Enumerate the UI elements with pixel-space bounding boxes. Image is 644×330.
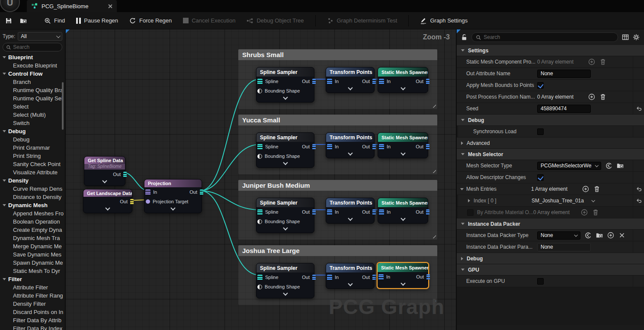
collapse-arrow-icon[interactable]	[468, 199, 470, 202]
input-pin[interactable]	[379, 209, 384, 215]
node-get-landscape-data[interactable]: Get Landscape Data Out	[83, 189, 132, 213]
node-spline-sampler[interactable]: Spline Sampler SplineOut Bounding Shape	[256, 263, 314, 298]
palette-category-blueprint[interactable]: Blueprint	[0, 53, 65, 61]
palette-item[interactable]: Append Meshes Fro	[0, 209, 65, 218]
find-button[interactable]: Find	[44, 17, 65, 24]
trash-icon[interactable]	[593, 186, 600, 192]
output-pin[interactable]	[372, 144, 376, 150]
palette-category-filter[interactable]: Filter	[0, 275, 65, 283]
use-selected-asset-icon[interactable]	[606, 162, 612, 169]
palette-item[interactable]: Runtime Quality Sel	[0, 94, 65, 103]
collapse-chevron-icon[interactable]	[283, 95, 288, 99]
output-pin[interactable]	[426, 209, 429, 215]
browse-to-asset-icon[interactable]	[617, 162, 624, 169]
palette-item[interactable]: Save Dynamic Mes	[0, 250, 65, 259]
collapse-chevron-icon[interactable]	[283, 291, 288, 295]
debug-object-tree-button[interactable]: Debug Object Tree	[247, 17, 304, 24]
display-options-icon[interactable]	[622, 34, 629, 41]
output-pin[interactable]	[200, 189, 203, 195]
palette-category-control-flow[interactable]: Control Flow	[0, 70, 65, 78]
collapse-chevron-icon[interactable]	[170, 205, 175, 210]
node-projection[interactable]: Projection In Out Projection Target	[144, 179, 202, 213]
by-attribute-material-checkbox[interactable]	[467, 209, 474, 216]
palette-item[interactable]: Curve Remap Dens	[0, 185, 65, 193]
output-pin[interactable]	[426, 79, 429, 84]
output-pin[interactable]	[426, 274, 430, 280]
palette-item[interactable]: Visualize Attribute	[0, 168, 65, 176]
input-pin[interactable]	[327, 275, 332, 280]
gear-icon[interactable]	[633, 34, 640, 41]
node-transform-points[interactable]: Transform Points InOut	[326, 198, 375, 224]
palette-item[interactable]: Density Filter	[0, 300, 65, 308]
output-pin[interactable]	[372, 275, 376, 280]
node-static-mesh-spawner[interactable]: Static Mesh Spawner InOut	[378, 67, 428, 93]
seed-field[interactable]: 458890474	[537, 105, 591, 113]
add-element-icon[interactable]	[588, 93, 595, 100]
output-pin[interactable]	[372, 209, 376, 215]
collapse-chevron-icon[interactable]	[348, 281, 352, 286]
palette-item[interactable]: Merge Dynamic Me	[0, 242, 65, 250]
node-spline-sampler[interactable]: Spline Sampler SplineOut Bounding Shape	[256, 67, 314, 103]
bounding-shape-pin[interactable]	[257, 89, 262, 93]
section-mesh-selector[interactable]: Mesh Selector	[457, 149, 644, 160]
input-pin[interactable]	[327, 209, 332, 215]
tab-pcg-splinebiome[interactable]: PCG_SplineBiome	[27, 0, 117, 12]
collapse-chevron-icon[interactable]	[283, 225, 288, 230]
node-spline-sampler[interactable]: Spline Sampler SplineOut Bounding Shape	[256, 132, 314, 168]
collapse-chevron-icon[interactable]	[283, 160, 288, 165]
details-search-input[interactable]	[484, 34, 614, 40]
node-static-mesh-spawner[interactable]: Static Mesh Spawner InOut	[378, 132, 428, 158]
group-resize-handle[interactable]	[431, 234, 436, 238]
group-title[interactable]: Joshua Tree Large	[238, 245, 437, 256]
node-static-mesh-spawner[interactable]: Static Mesh Spawner InOut	[378, 198, 428, 224]
input-pin[interactable]	[327, 79, 332, 84]
add-element-icon[interactable]	[588, 58, 595, 65]
bounding-shape-pin[interactable]	[257, 219, 262, 224]
graph-determinism-test-button[interactable]: Graph Determinism Test	[327, 17, 397, 24]
revert-icon[interactable]	[636, 186, 642, 192]
out-attribute-name-field[interactable]: None	[537, 70, 591, 78]
expand-arrow-icon[interactable]	[460, 188, 464, 190]
palette-item[interactable]: Debug	[0, 135, 65, 144]
revert-icon[interactable]	[636, 198, 642, 204]
synchronous-load-checkbox[interactable]	[537, 128, 544, 135]
palette-item[interactable]: Filter Data By Attrib	[0, 316, 65, 324]
collapse-chevron-icon[interactable]	[105, 205, 110, 210]
node-static-mesh-spawner-selected[interactable]: Static Mesh Spawner InOut	[377, 262, 429, 289]
palette-item[interactable]: Discard Points on In	[0, 308, 65, 316]
allow-descriptor-changes-checkbox[interactable]	[537, 174, 544, 181]
node-get-spline-data[interactable]: Get Spline Data Tag: SplineBiome Out	[84, 156, 125, 186]
input-pin[interactable]	[145, 189, 151, 195]
collapse-chevron-icon[interactable]	[348, 216, 352, 221]
browse-to-asset-icon[interactable]	[596, 232, 603, 239]
palette-item[interactable]: Print String	[0, 152, 65, 160]
trash-icon[interactable]	[599, 58, 606, 65]
palette-category-dynamic-mesh[interactable]: Dynamic Mesh	[0, 201, 65, 209]
node-transform-points[interactable]: Transform Points InOut	[326, 263, 375, 289]
palette-item[interactable]: Create Empty Dyna	[0, 226, 65, 234]
palette-category-debug[interactable]: Debug	[0, 127, 65, 135]
palette-item[interactable]: Distance to Density	[0, 193, 65, 201]
node-transform-points[interactable]: Transform Points InOut	[326, 67, 375, 93]
palette-item[interactable]: Dynamic Mesh Tra	[0, 234, 65, 242]
input-pin[interactable]	[379, 79, 384, 84]
input-pin[interactable]	[378, 274, 384, 280]
output-pin[interactable]	[312, 79, 316, 84]
output-pin[interactable]	[372, 79, 376, 84]
revert-icon[interactable]	[636, 106, 642, 112]
cancel-execution-button[interactable]: Cancel Execution	[183, 17, 235, 24]
node-transform-points[interactable]: Transform Points InOut	[326, 132, 375, 158]
execute-on-gpu-checkbox[interactable]	[537, 278, 544, 285]
palette-item[interactable]: Select (Multi)	[0, 111, 65, 119]
tab-close-icon[interactable]	[108, 4, 112, 9]
type-filter-dropdown[interactable]: All	[18, 32, 62, 41]
output-pin[interactable]	[312, 209, 316, 215]
group-resize-handle[interactable]	[431, 168, 436, 173]
palette-item[interactable]: Select	[0, 103, 65, 111]
collapse-chevron-icon[interactable]	[102, 178, 107, 183]
palette-search-input[interactable]	[13, 44, 59, 50]
graph-canvas[interactable]: Zoom -3 Shrubs Small Yucca Small Juniper…	[66, 29, 456, 330]
apply-mesh-bounds-checkbox[interactable]	[537, 82, 544, 89]
output-pin[interactable]	[130, 199, 134, 205]
section-settings[interactable]: Settings	[457, 45, 644, 56]
